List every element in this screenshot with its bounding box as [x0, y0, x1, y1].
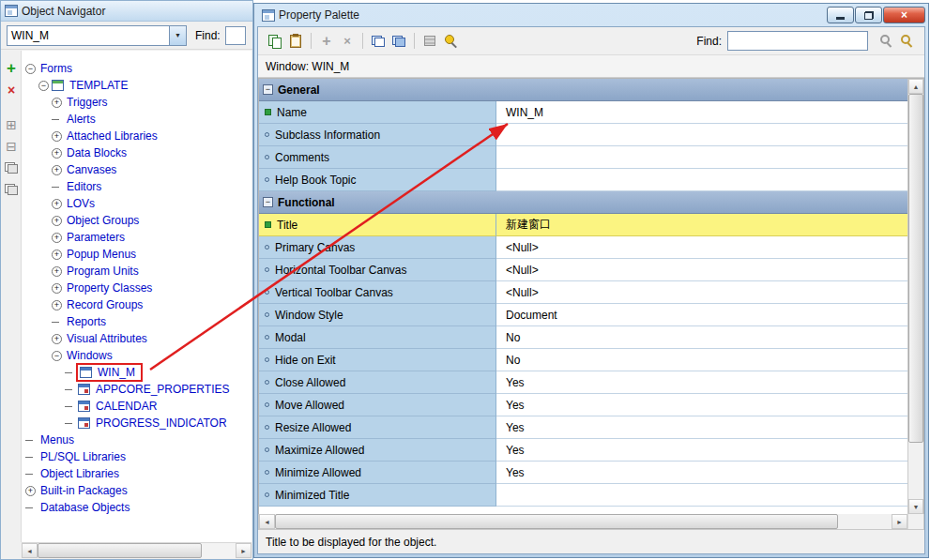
tree-item-label[interactable]: Data Blocks [65, 146, 129, 159]
scroll-left-icon[interactable]: ◄ [259, 514, 275, 529]
property-row-vertical-toolbar-canvas[interactable]: Vertical Toolbar Canvas<Null> [259, 281, 907, 304]
expand-icon[interactable]: ⊞ [4, 116, 20, 132]
tree-item-label[interactable]: Reports [65, 315, 108, 328]
property-value-cell[interactable]: Yes [496, 439, 907, 462]
collapse-icon[interactable]: − [25, 64, 36, 74]
scroll-right-icon[interactable]: ► [892, 514, 907, 529]
tree-item-label[interactable]: TEMPLATE [68, 79, 130, 92]
property-row-window-style[interactable]: Window StyleDocument [259, 304, 907, 326]
property-name-cell[interactable]: Modal [259, 326, 496, 349]
find-previous-icon[interactable] [896, 31, 917, 52]
tree-item-label[interactable]: Canvases [65, 163, 118, 176]
property-value-cell[interactable] [496, 124, 907, 146]
expand-icon[interactable]: + [52, 266, 62, 277]
expand-icon[interactable]: + [52, 233, 62, 243]
restore-button[interactable] [855, 7, 882, 23]
tree-item-menus[interactable]: Menus [22, 431, 252, 448]
expand-all-icon[interactable] [4, 159, 20, 175]
property-name-cell[interactable]: Maximize Allowed [259, 439, 496, 462]
scroll-left-icon[interactable]: ◄ [22, 543, 38, 558]
property-row-subclass-information[interactable]: Subclass Information [259, 124, 907, 146]
collapse-icon[interactable]: − [38, 81, 49, 91]
scrollbar-thumb[interactable] [908, 94, 923, 443]
tree-item-label[interactable]: Popup Menus [65, 248, 138, 261]
expand-icon[interactable]: + [52, 300, 62, 310]
collapse-all-icon[interactable] [4, 181, 20, 197]
intersection-icon[interactable] [389, 31, 409, 52]
property-row-hide-on-exit[interactable]: Hide on ExitNo [259, 349, 907, 371]
property-row-minimize-allowed[interactable]: Minimize AllowedYes [259, 462, 907, 484]
tree-item-data-blocks[interactable]: +Data Blocks [22, 144, 252, 161]
property-value-cell[interactable]: Yes [496, 462, 907, 484]
property-name-cell[interactable]: Minimized Title [259, 484, 496, 507]
tree-item-label[interactable]: Database Objects [38, 501, 131, 514]
scroll-down-icon[interactable]: ▼ [908, 499, 923, 514]
tree-item-appcore-properties[interactable]: APPCORE_PROPERTIES [22, 381, 252, 398]
property-row-comments[interactable]: Comments [259, 146, 907, 169]
property-row-horizontal-toolbar-canvas[interactable]: Horizontal Toolbar Canvas<Null> [259, 259, 907, 281]
tree-item-label[interactable]: Triggers [65, 96, 110, 109]
tree-item-calendar[interactable]: CALENDAR [22, 398, 252, 415]
tree-item-attached-libraries[interactable]: +Attached Libraries [22, 128, 252, 144]
section-header-general[interactable]: −General [259, 79, 907, 101]
property-value-cell[interactable] [496, 484, 907, 507]
tree-item-label[interactable]: Parameters [65, 231, 127, 244]
property-name-cell[interactable]: Vertical Toolbar Canvas [259, 281, 496, 304]
find-next-icon[interactable] [876, 31, 896, 52]
tree-item-windows[interactable]: −Windows [22, 347, 252, 364]
property-value-cell[interactable]: Document [496, 304, 907, 326]
tree-item-label[interactable]: CALENDAR [94, 400, 159, 413]
property-value-cell[interactable]: <Null> [496, 236, 907, 259]
property-name-cell[interactable]: Hide on Exit [259, 349, 496, 371]
property-value-cell[interactable]: No [496, 326, 907, 349]
property-value-cell[interactable]: 新建窗口 [496, 214, 907, 236]
property-name-cell[interactable]: Comments [259, 146, 496, 169]
pin-icon[interactable] [440, 31, 461, 52]
section-header-functional[interactable]: −Functional [259, 191, 907, 214]
object-selector-combo[interactable]: WIN_M ▼ [7, 25, 187, 46]
expand-icon[interactable]: + [52, 334, 62, 344]
property-value-cell[interactable]: Yes [496, 416, 907, 439]
tree-item-visual-attributes[interactable]: +Visual Attributes [22, 330, 252, 347]
expand-icon[interactable]: + [52, 216, 62, 226]
tree-item-label[interactable]: Menus [38, 433, 76, 446]
tree-item-reports[interactable]: Reports [22, 313, 252, 330]
property-row-maximize-allowed[interactable]: Maximize AllowedYes [259, 439, 907, 462]
tree-item-label[interactable]: PROGRESS_INDICATOR [94, 416, 229, 430]
tree-item-label[interactable]: LOVs [65, 197, 97, 210]
property-name-cell[interactable]: Minimize Allowed [259, 462, 496, 484]
property-name-cell[interactable]: Name [259, 101, 496, 124]
property-name-cell[interactable]: Subclass Information [259, 124, 496, 146]
tree-item-object-libraries[interactable]: Object Libraries [22, 465, 252, 482]
property-row-minimized-title[interactable]: Minimized Title [259, 484, 907, 507]
scrollbar-track[interactable] [202, 543, 236, 558]
minimize-button[interactable] [827, 7, 854, 23]
grid-vscrollbar[interactable]: ▲ ▼ [907, 79, 923, 514]
close-button[interactable]: × [883, 7, 925, 23]
combo-dropdown-icon[interactable]: ▼ [169, 26, 186, 45]
section-collapse-icon[interactable]: − [263, 197, 273, 207]
tree-item-parameters[interactable]: +Parameters [22, 229, 252, 246]
tree-item-label[interactable]: Object Groups [65, 214, 141, 227]
tree-item-label[interactable]: Forms [38, 62, 74, 75]
navigator-hscrollbar[interactable]: ◄ ► [22, 542, 252, 558]
property-row-move-allowed[interactable]: Move AllowedYes [259, 394, 907, 416]
property-name-cell[interactable]: Resize Allowed [259, 416, 496, 439]
property-row-title[interactable]: Title新建窗口 [259, 214, 907, 236]
union-icon[interactable] [368, 31, 389, 52]
copy-properties-icon[interactable] [265, 31, 285, 52]
expand-icon[interactable]: + [25, 486, 36, 496]
property-name-cell[interactable]: Title [259, 214, 496, 236]
tree-item-template[interactable]: −TEMPLATE [22, 77, 252, 94]
property-name-cell[interactable]: Window Style [259, 304, 496, 326]
property-value-cell[interactable]: No [496, 349, 907, 371]
scroll-up-icon[interactable]: ▲ [908, 79, 923, 94]
navigator-find-input[interactable] [225, 26, 246, 45]
scrollbar-track[interactable] [908, 443, 923, 499]
tree-item-label[interactable]: Alerts [65, 113, 98, 126]
tree-item-program-units[interactable]: +Program Units [22, 263, 252, 280]
expand-icon[interactable]: + [52, 131, 62, 142]
tree-item-label[interactable]: Windows [65, 349, 114, 362]
grid-hscrollbar[interactable]: ◄ ► [258, 514, 924, 530]
scrollbar-thumb[interactable] [38, 543, 202, 558]
